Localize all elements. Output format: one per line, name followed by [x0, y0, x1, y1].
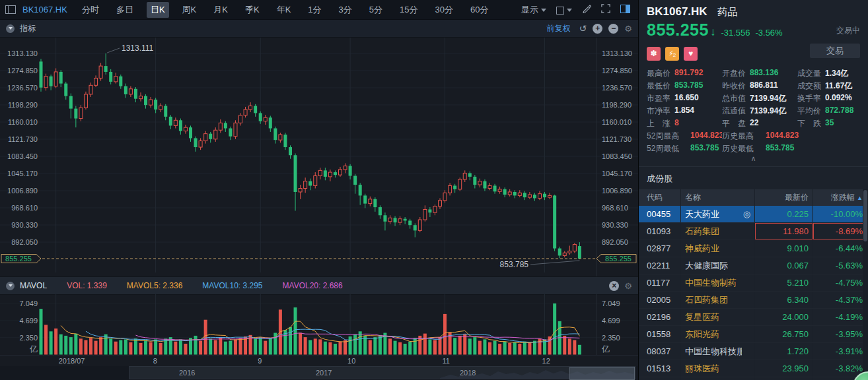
timeline-navigator: 201620172018: [0, 366, 638, 380]
constituent-row-01093[interactable]: 01093石药集团11.980-8.69%: [639, 223, 868, 240]
zoom-in-icon[interactable]: +: [593, 24, 602, 34]
svg-text:7.049: 7.049: [602, 300, 620, 307]
period-tab-60分[interactable]: 60分: [466, 2, 492, 18]
column-header-涨跌幅[interactable]: 涨跌幅▲: [813, 189, 868, 206]
svg-text:1160.010: 1160.010: [8, 118, 38, 126]
sidebar-toggle-icon[interactable]: [5, 5, 16, 14]
stock-code: 01558: [639, 326, 680, 342]
level2-quotes-icon[interactable]: ⚡2: [665, 47, 679, 61]
stat-下 跌: 下 跌35: [797, 118, 860, 129]
stock-name: 石药集团: [680, 223, 754, 239]
collapse-stats-icon[interactable]: ∧: [639, 155, 868, 164]
constituent-row-02877[interactable]: 02877神威药业9.010-6.44%: [639, 240, 868, 257]
period-tab-月K[interactable]: 月K: [209, 2, 232, 18]
constituent-row-02005[interactable]: 02005石四药集团6.340-4.37%: [639, 292, 868, 309]
trade-button[interactable]: 交易: [810, 44, 860, 58]
constituent-row-00455[interactable]: 00455天大药业◎0.225-10.00%: [639, 206, 868, 223]
stat-成交额: 成交额11.67亿: [797, 80, 860, 92]
stat-换手率: 换手率0.092%: [797, 93, 860, 104]
svg-text:亿: 亿: [601, 344, 610, 354]
constituent-row-00574[interactable]: 00574百信国际0.520-3.70%: [639, 377, 868, 380]
undo-icon[interactable]: ↺: [579, 24, 587, 33]
volume-indicator-title[interactable]: MAVOL: [20, 281, 47, 290]
hk-market-icon: ✽: [647, 47, 661, 61]
display-dropdown[interactable]: 显示: [521, 4, 546, 16]
stat-市净率: 市净率1.854: [647, 106, 722, 117]
period-tab-5分[interactable]: 5分: [365, 2, 386, 18]
stock-code: 00574: [639, 377, 680, 380]
stock-trading-app: BK1067.HK 分时多日日K周K月K季K年K1分3分5分15分30分60分 …: [0, 0, 868, 380]
price-change-percent: -3.56%: [755, 28, 782, 38]
time-axis-label: 9: [258, 357, 262, 365]
constituent-row-08037[interactable]: 08037中国生物科技服务1.720-3.91%: [639, 343, 868, 360]
stat-上 涨: 上 涨8: [647, 118, 722, 129]
draw-tool-icon[interactable]: [582, 4, 591, 15]
quote-symbol: BK1067.HK: [647, 5, 707, 18]
stock-change-percent: -4.75%: [813, 274, 868, 291]
chart-toolbar: BK1067.HK 分时多日日K周K月K季K年K1分3分5分15分30分60分 …: [0, 0, 638, 20]
period-tab-分时[interactable]: 分时: [78, 2, 103, 18]
volume-chart[interactable]: 7.0497.0494.6994.6992.3502.350亿亿: [0, 294, 638, 355]
svg-text:4.699: 4.699: [19, 317, 38, 325]
chart-settings-icon[interactable]: ⚙: [624, 24, 632, 34]
period-tab-季K[interactable]: 季K: [241, 2, 264, 18]
timeline-preview: [129, 367, 635, 379]
svg-text:2.350: 2.350: [19, 334, 38, 342]
constituent-row-02211[interactable]: 02211大健康国际0.067-5.63%: [639, 257, 868, 274]
constituent-row-02196[interactable]: 02196复星医药24.000-4.19%: [639, 309, 868, 326]
candlestick-chart[interactable]: 1313.1301313.1301274.8501274.8501236.570…: [0, 38, 638, 276]
timeline-selection[interactable]: [569, 367, 635, 380]
constituent-row-01558[interactable]: 01558东阳光药26.750-3.95%: [639, 326, 868, 343]
column-header-名称[interactable]: 名称: [680, 189, 754, 206]
constituent-row-01177[interactable]: 01177中国生物制药5.210-4.75%: [639, 274, 868, 292]
timeline-year-label: 2016: [179, 369, 195, 377]
stock-price: 5.210: [754, 274, 813, 291]
column-header-代码[interactable]: 代码: [639, 189, 680, 206]
volume-legend: VOL: 1.339MAVOL5: 2.336MAVOL10: 3.295MAV…: [47, 281, 343, 290]
symbol-code[interactable]: BK1067.HK: [22, 5, 67, 15]
indicator-label[interactable]: 指标: [20, 23, 36, 34]
period-tab-3分[interactable]: 3分: [335, 2, 356, 18]
close-indicator-icon[interactable]: ×: [609, 281, 619, 291]
period-tab-15分[interactable]: 15分: [396, 2, 421, 18]
scrollbar-thumb[interactable]: [863, 190, 867, 241]
period-tab-日K[interactable]: 日K: [147, 2, 169, 18]
legend-mavol5: MAVOL5: 2.336: [127, 281, 183, 290]
svg-text:1160.010: 1160.010: [602, 118, 632, 126]
column-header-最新价[interactable]: 最新价: [754, 189, 813, 206]
panel-toggle-icon[interactable]: [620, 5, 630, 15]
chart-style-dropdown[interactable]: [556, 5, 572, 15]
volume-indicator-bar: MAVOL VOL: 1.339MAVOL5: 2.336MAVOL10: 3.…: [0, 276, 638, 295]
table-scrollbar[interactable]: [863, 189, 868, 380]
period-tab-多日[interactable]: 多日: [112, 2, 137, 18]
stock-code: 01093: [639, 223, 680, 239]
constituents-title: 成份股: [639, 166, 868, 189]
favorite-icon[interactable]: ♥: [684, 47, 698, 61]
timeline-track[interactable]: 201620172018: [129, 366, 635, 379]
volume-settings-icon[interactable]: ⚙: [624, 281, 632, 291]
legend-vol: VOL: 1.339: [67, 281, 107, 290]
forward-adjust-link[interactable]: 前复权: [547, 23, 571, 34]
time-axis-label: 10: [347, 357, 355, 365]
svg-text:1006.890: 1006.890: [7, 187, 38, 195]
stat-昨收价: 昨收价886.811: [722, 80, 797, 92]
period-tab-年K[interactable]: 年K: [273, 2, 295, 18]
indicator-collapse-icon[interactable]: [6, 24, 15, 33]
stat-平均价: 平均价872.788: [797, 106, 860, 117]
indicator-bar: 指标 前复权 ↺ + − ⚙: [0, 20, 638, 38]
volume-collapse-icon[interactable]: [6, 282, 15, 290]
period-tab-周K[interactable]: 周K: [178, 2, 201, 18]
svg-text:855.255: 855.255: [605, 255, 632, 263]
constituent-row-01513[interactable]: 01513丽珠医药23.950-3.82%: [639, 360, 868, 377]
stat-最低价: 最低价853.785: [647, 80, 722, 92]
svg-text:1198.290: 1198.290: [8, 101, 38, 109]
zoom-out-icon[interactable]: −: [608, 24, 618, 34]
price-down-arrow-icon: ↓: [710, 26, 716, 39]
fullscreen-icon[interactable]: [601, 4, 610, 15]
period-tab-1分[interactable]: 1分: [304, 2, 325, 18]
svg-text:1236.570: 1236.570: [602, 84, 632, 92]
stock-change-percent: -6.44%: [813, 240, 868, 257]
stock-name: 神威药业: [680, 240, 754, 257]
period-tab-30分[interactable]: 30分: [431, 2, 456, 18]
stock-price: 0.225: [754, 206, 813, 222]
